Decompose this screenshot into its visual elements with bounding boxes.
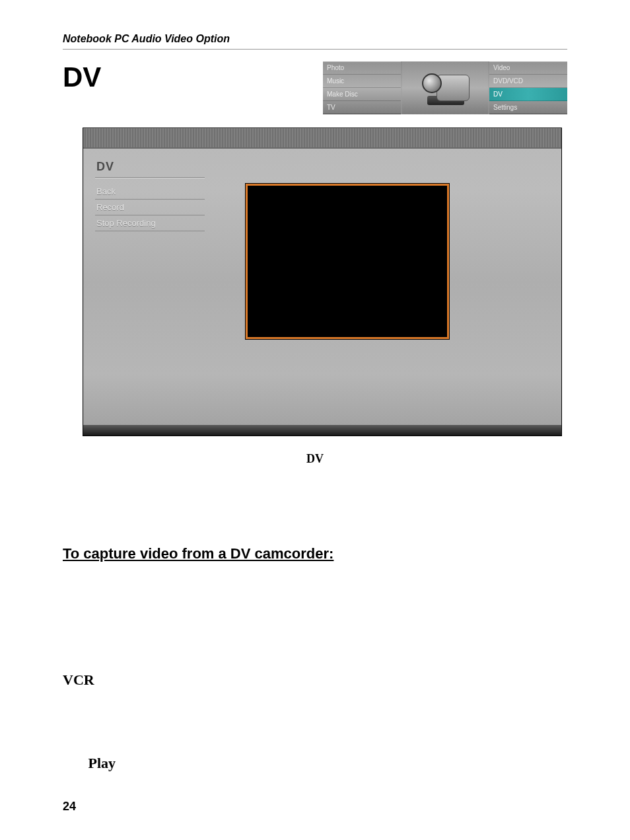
word-vcr: VCR [63,671,94,688]
dv-menu-stop-recording[interactable]: Stop Recording [95,215,205,231]
top-menu-center-image [402,61,488,114]
top-row: DV Photo Music Make Disc TV Video DVD/VC… [63,61,567,114]
dv-menu-record[interactable]: Record [95,200,205,215]
top-menu-left-col: Photo Music Make Disc TV [323,61,401,114]
menu-item-music[interactable]: Music [323,75,401,88]
menu-item-video[interactable]: Video [489,61,567,75]
menu-item-tv[interactable]: TV [323,101,401,114]
dv-panel-title: DV [96,160,114,174]
instructions-body: xxxxxxxxxxxxxxxxxxxxxxxxxxxxxxxxxxxxxxxx… [63,584,567,840]
top-menu: Photo Music Make Disc TV Video DVD/VCD D… [323,61,567,114]
menu-item-dv[interactable]: DV [489,88,567,101]
header-title: Notebook PC Audio Video Option [63,33,567,50]
page-title: DV [63,61,101,114]
dv-panel-divider [95,177,205,178]
word-play: Play [88,755,116,771]
menu-item-make-disc[interactable]: Make Disc [323,88,401,101]
menu-item-settings[interactable]: Settings [489,101,567,114]
dv-menu-list: Back Record Stop Recording [95,184,205,231]
camcorder-icon [415,68,475,108]
dv-preview-screen [246,184,449,339]
menu-item-dvd-vcd[interactable]: DVD/VCD [489,75,567,88]
menu-item-photo[interactable]: Photo [323,61,401,75]
top-menu-right-col: Video DVD/VCD DV Settings [489,61,567,114]
instructions-heading: To capture video from a DV camcorder: [63,545,567,562]
dv-panel-topbar [83,128,561,148]
dv-panel-bottombar [83,425,561,436]
dv-menu-back[interactable]: Back [95,184,205,200]
page-number: 24 [63,800,76,814]
figure-caption: DV [63,452,567,466]
dv-panel: DV Back Record Stop Recording [83,128,562,436]
